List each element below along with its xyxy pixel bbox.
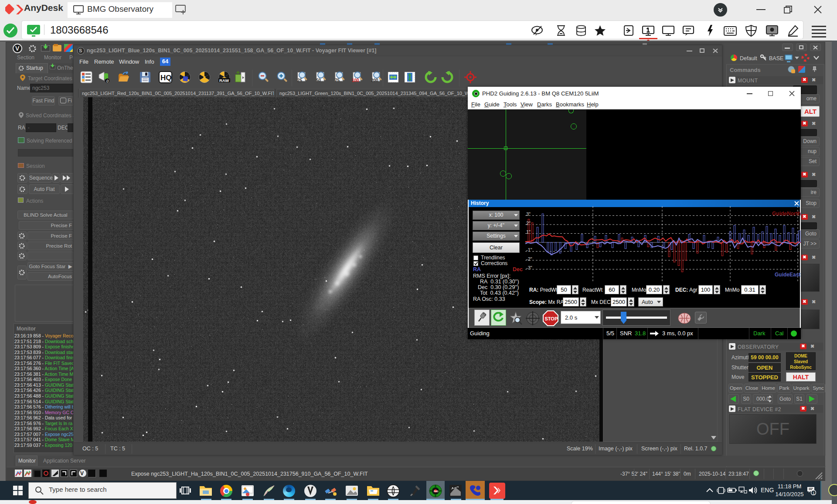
svg-text:0: 0	[106, 79, 109, 83]
svg-text:HQ: HQ	[160, 74, 172, 82]
svg-text:1: 1	[813, 491, 815, 495]
svg-text:200: 200	[371, 78, 378, 83]
svg-text:FHD: FHD	[434, 490, 439, 493]
svg-text:RAW: RAW	[219, 78, 229, 83]
svg-text:STOP: STOP	[545, 316, 558, 321]
svg-text:25: 25	[297, 78, 303, 83]
svg-text:100: 100	[352, 78, 359, 83]
svg-text:75: 75	[335, 78, 340, 83]
svg-text:50: 50	[316, 78, 321, 83]
